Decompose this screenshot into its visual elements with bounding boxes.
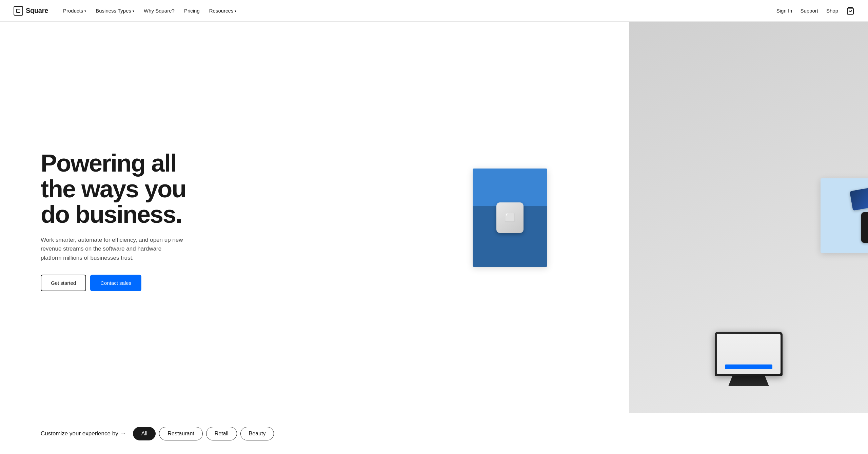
hero-images <box>391 22 868 413</box>
nav-pricing[interactable]: Pricing <box>180 5 204 16</box>
logo[interactable]: Square <box>14 6 48 16</box>
contact-sales-button[interactable]: Contact sales <box>90 275 141 291</box>
card-reader-device <box>496 202 524 233</box>
cart-svg <box>846 7 854 15</box>
filter-retail[interactable]: Retail <box>206 427 237 440</box>
hero-subtext: Work smarter, automate for efficiency, a… <box>41 236 183 262</box>
pos-screen <box>715 332 783 376</box>
phone-shape <box>861 212 868 243</box>
customize-label: Customize your experience by → <box>41 430 126 437</box>
logo-icon <box>14 6 23 16</box>
filter-all[interactable]: All <box>133 427 156 440</box>
pos-terminal <box>715 332 783 386</box>
nav-products[interactable]: Products ▾ <box>59 5 90 16</box>
logo-icon-inner <box>16 9 20 13</box>
logo-text: Square <box>26 7 48 15</box>
hero-img-left <box>391 22 629 413</box>
customize-section: Customize your experience by → All Resta… <box>0 413 868 454</box>
support-link[interactable]: Support <box>800 8 818 14</box>
shop-link[interactable]: Shop <box>826 8 838 14</box>
resources-chevron-icon: ▾ <box>235 9 236 13</box>
nav-why-square[interactable]: Why Square? <box>140 5 179 16</box>
products-chevron-icon: ▾ <box>84 9 86 13</box>
nav-right: Sign In Support Shop <box>776 7 854 15</box>
filter-restaurant[interactable]: Restaurant <box>159 427 202 440</box>
nav-left: Square Products ▾ Business Types ▾ Why S… <box>14 5 240 16</box>
nav-business-types[interactable]: Business Types ▾ <box>92 5 138 16</box>
nav-resources[interactable]: Resources ▾ <box>205 5 241 16</box>
hero-img-right <box>629 22 868 413</box>
hero-content: Powering all the ways you do business. W… <box>41 151 203 291</box>
cart-icon[interactable] <box>846 7 854 15</box>
business-types-chevron-icon: ▾ <box>133 9 134 13</box>
tap-to-pay-image <box>821 178 868 253</box>
credit-card-shape <box>850 186 868 211</box>
card-reader-image <box>473 169 547 267</box>
filter-beauty[interactable]: Beauty <box>240 427 274 440</box>
hero-section: Powering all the ways you do business. W… <box>0 22 868 413</box>
main-nav: Square Products ▾ Business Types ▾ Why S… <box>0 0 868 22</box>
sign-in-link[interactable]: Sign In <box>776 8 792 14</box>
hero-buttons: Get started Contact sales <box>41 275 203 291</box>
pos-stand <box>728 376 769 386</box>
hero-heading: Powering all the ways you do business. <box>41 151 203 228</box>
get-started-button[interactable]: Get started <box>41 275 86 291</box>
filter-pills: All Restaurant Retail Beauty <box>133 427 274 440</box>
nav-links: Products ▾ Business Types ▾ Why Square? … <box>59 5 240 16</box>
